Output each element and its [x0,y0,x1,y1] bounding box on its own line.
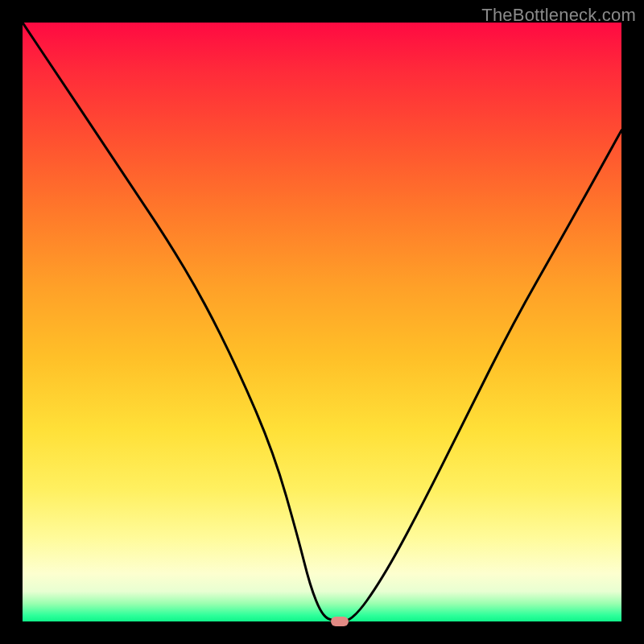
curve-path [23,23,621,621]
bottleneck-curve [23,23,621,621]
chart-frame: TheBottleneck.com [0,0,644,644]
watermark-text: TheBottleneck.com [481,5,636,26]
optimal-marker [331,617,349,626]
plot-area [23,23,621,621]
